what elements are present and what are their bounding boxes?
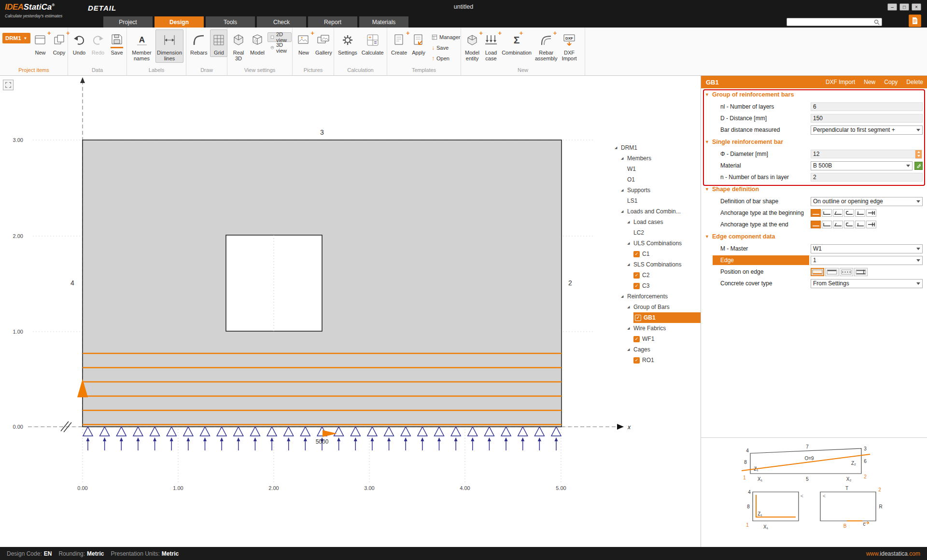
tree-item-c2[interactable]: ✓C2	[612, 270, 701, 280]
tree-item-wf1[interactable]: ✓WF1	[612, 334, 701, 344]
number-of-layers-input[interactable]	[811, 102, 923, 111]
expander-icon[interactable]: ◢	[615, 146, 619, 150]
settings-button[interactable]: Settings	[337, 29, 359, 57]
anchorage-double-head-button[interactable]	[866, 221, 876, 228]
tree-item-o1[interactable]: O1	[612, 174, 701, 185]
tab-check[interactable]: Check	[257, 16, 306, 28]
create-template-button[interactable]: + Create	[390, 29, 408, 57]
tree-item-wire-fabrics[interactable]: ◢Wire Fabrics	[612, 323, 701, 334]
section-group-of-reinforcement-bars[interactable]: ▼ Group of reinforcement bars	[701, 88, 927, 101]
template-open-button[interactable]: ↑ Open	[429, 54, 463, 63]
real-3d-button[interactable]: Real 3D	[230, 29, 247, 63]
tree-item-lc2[interactable]: LC2	[612, 227, 701, 238]
expander-icon[interactable]: ◢	[627, 348, 632, 351]
tree-item-c1[interactable]: ✓C1	[612, 249, 701, 259]
diameter-stepper[interactable]	[915, 150, 922, 159]
drawing-canvas[interactable]: 3425000x0.001.002.003.004.005.003.002.00…	[0, 76, 701, 547]
tree-item-ro1[interactable]: ✓RO1	[612, 355, 701, 365]
position-bottom-button[interactable]	[811, 268, 824, 276]
undo-button[interactable]: Undo	[70, 29, 88, 57]
expander-icon[interactable]: ◢	[627, 220, 632, 224]
combination-button[interactable]: Σ+ Combination	[501, 29, 532, 57]
collapse-icon[interactable]: ▼	[705, 92, 709, 97]
anchorage-loop-button[interactable]	[844, 221, 854, 228]
gallery-button[interactable]: Gallery	[314, 29, 334, 57]
expander-icon[interactable]: ◢	[627, 241, 632, 245]
tree-item-cages[interactable]: ◢Cages	[612, 344, 701, 355]
position-middle-button[interactable]	[840, 268, 853, 276]
concrete-cover-select[interactable]: From Settings	[811, 279, 923, 288]
bar-distance-measured-select[interactable]: Perpendicular to first segment +	[811, 126, 923, 135]
rebars-button[interactable]: Rebars	[189, 29, 209, 57]
calculate-button[interactable]: += Calculate	[360, 29, 385, 57]
new-project-item-button[interactable]: + New	[32, 29, 49, 57]
expander-icon[interactable]: ◢	[627, 305, 632, 309]
tree-item-members[interactable]: ◢Members	[612, 153, 701, 164]
section-single-reinforcement-bar[interactable]: ▼ Single reinforcement bar	[701, 136, 927, 148]
edit-material-button[interactable]	[914, 162, 923, 170]
member-names-button[interactable]: A Member names	[129, 29, 154, 63]
dxf-import-button[interactable]: DXF DXF Import	[560, 29, 578, 63]
tree-item-gb1[interactable]: ✓GB1	[633, 312, 701, 323]
position-top-button[interactable]	[825, 268, 839, 276]
view-2d-button[interactable]: 2D view	[267, 32, 292, 42]
tree-item-sls-combinations[interactable]: ◢SLS Combinations	[612, 259, 701, 270]
load-case-button[interactable]: + Load case	[482, 29, 500, 63]
rebar-assembly-button[interactable]: + Rebar assembly	[534, 29, 559, 63]
anchorage-hook-slant-button[interactable]	[833, 221, 843, 228]
checkbox-icon[interactable]: ✓	[635, 315, 641, 321]
delete-action[interactable]: Delete	[906, 79, 923, 85]
tree-item-reinforcements[interactable]: ◢Reinforcements	[612, 291, 701, 302]
master-select[interactable]: W1	[811, 244, 923, 253]
tab-materials[interactable]: Materials	[359, 16, 408, 28]
position-both-button[interactable]	[854, 268, 868, 276]
tree-item-load-cases[interactable]: ◢Load cases	[612, 217, 701, 227]
tree-item-ls1[interactable]: LS1	[612, 196, 701, 206]
tab-project[interactable]: Project	[103, 16, 153, 28]
maximize-button[interactable]: □	[899, 3, 909, 11]
template-save-button[interactable]: ↓ Save	[429, 43, 463, 53]
tab-report[interactable]: Report	[308, 16, 357, 28]
tree-item-w1[interactable]: W1	[612, 164, 701, 174]
copy-project-item-button[interactable]: + Copy	[51, 29, 68, 57]
tab-design[interactable]: Design	[154, 16, 204, 28]
collapse-icon[interactable]: ▼	[705, 187, 709, 192]
expander-icon[interactable]: ◢	[621, 188, 625, 192]
help-button[interactable]	[909, 14, 921, 27]
search-icon[interactable]	[873, 19, 880, 26]
dxf-import-action[interactable]: DXF Import	[826, 79, 855, 85]
tree-item-loads-and-combin[interactable]: ◢Loads and Combin...	[612, 206, 701, 217]
anchorage-straight-button[interactable]	[811, 209, 821, 217]
checkbox-icon[interactable]: ✓	[633, 357, 640, 364]
tree-item-supports[interactable]: ◢Supports	[612, 185, 701, 196]
checkbox-icon[interactable]: ✓	[633, 283, 640, 289]
section-shape-definition[interactable]: ▼ Shape definition	[701, 183, 927, 196]
fit-view-button[interactable]	[3, 80, 14, 90]
checkbox-icon[interactable]: ✓	[633, 272, 640, 279]
tree-item-uls-combinations[interactable]: ◢ULS Combinations	[612, 238, 701, 249]
dimension-lines-button[interactable]: Dimension lines	[155, 29, 183, 63]
anchorage-loop-button[interactable]	[844, 209, 854, 217]
anchorage-hook-up-button[interactable]	[822, 221, 832, 228]
expander-icon[interactable]: ◢	[621, 210, 625, 213]
model-entity-button[interactable]: + Model entity	[464, 29, 481, 63]
close-button[interactable]: ×	[912, 3, 921, 11]
search-input[interactable]	[787, 19, 873, 25]
distance-input[interactable]	[811, 114, 923, 123]
anchorage-straight-button[interactable]	[811, 221, 821, 228]
view-3d-button[interactable]: 3D view	[267, 43, 292, 53]
expander-icon[interactable]: ◢	[621, 156, 625, 160]
copy-action[interactable]: Copy	[884, 79, 898, 85]
tab-tools[interactable]: Tools	[206, 16, 255, 28]
tree-item-drm1[interactable]: ◢DRM1	[612, 142, 701, 153]
expander-icon[interactable]: ◢	[627, 326, 632, 330]
expander-icon[interactable]: ◢	[627, 263, 632, 266]
anchorage-t-head-button[interactable]	[855, 221, 865, 228]
bars-in-layer-input[interactable]	[811, 173, 923, 182]
minimize-button[interactable]: –	[887, 3, 897, 11]
new-action[interactable]: New	[864, 79, 875, 85]
apply-template-button[interactable]: Apply	[410, 29, 427, 57]
checkbox-icon[interactable]: ✓	[633, 251, 640, 257]
model-view-button[interactable]: Model	[249, 29, 266, 57]
material-select[interactable]: B 500B	[811, 161, 913, 170]
